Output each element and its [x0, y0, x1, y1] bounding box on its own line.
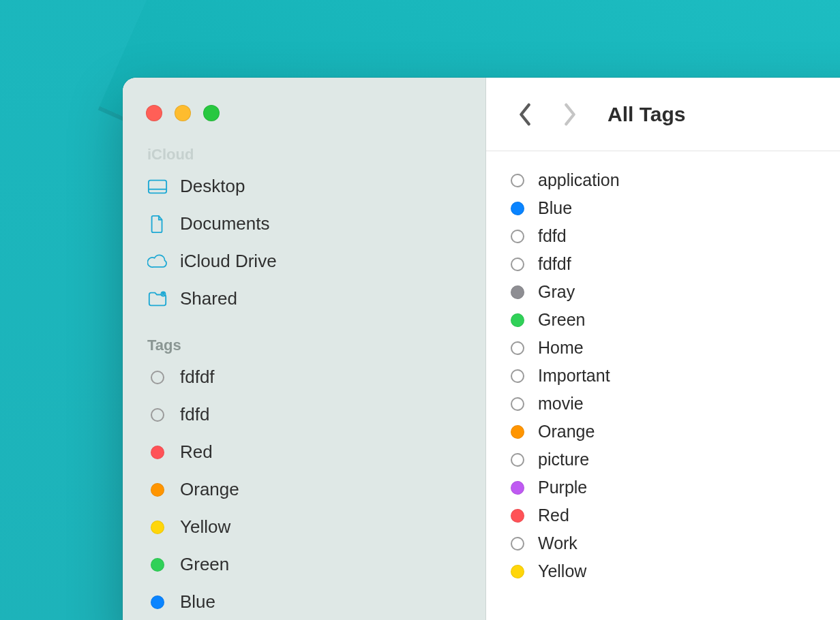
tag-label: application: [538, 170, 620, 190]
toolbar: All Tags: [486, 78, 840, 151]
shared-folder-icon: [147, 290, 168, 309]
svg-rect-0: [149, 180, 166, 193]
tag-row[interactable]: Green: [509, 306, 840, 334]
tag-label: picture: [538, 450, 589, 469]
tag-color-icon: [509, 313, 526, 327]
sidebar-item-shared[interactable]: Shared: [123, 280, 485, 317]
tag-label: Gray: [538, 282, 575, 302]
tag-label: fdfdf: [538, 254, 571, 274]
tag-row[interactable]: Orange: [509, 418, 840, 446]
tag-color-icon: [509, 258, 526, 271]
sidebar-tag-item[interactable]: Yellow: [123, 508, 485, 546]
tag-color-icon: [509, 397, 526, 411]
tag-row[interactable]: Home: [509, 334, 840, 362]
tag-color-icon: [509, 230, 526, 243]
sidebar-section-tags: Tags: [123, 332, 485, 358]
window-controls: [146, 105, 220, 121]
tag-row[interactable]: fdfdf: [509, 250, 840, 278]
tag-label: Work: [538, 533, 578, 553]
tag-color-icon: [147, 483, 168, 497]
tag-color-icon: [147, 371, 168, 384]
content-pane: All Tags application Blue fdfd fdfdf Gra…: [486, 78, 840, 620]
sidebar-item-label: Blue: [180, 591, 215, 613]
finder-window: iCloud Desktop Documents: [123, 78, 840, 620]
sidebar-item-label: fdfd: [180, 404, 209, 425]
tag-label: Yellow: [538, 561, 586, 581]
sidebar-item-label: Documents: [180, 213, 270, 234]
tag-label: Red: [538, 506, 569, 525]
sidebar-tag-item[interactable]: fdfdf: [123, 358, 485, 396]
tag-row[interactable]: movie: [509, 390, 840, 418]
sidebar-item-label: Shared: [180, 288, 237, 309]
tag-color-icon: [509, 174, 526, 187]
tag-row[interactable]: Gray: [509, 278, 840, 306]
tag-label: fdfd: [538, 226, 567, 246]
sidebar-tag-item[interactable]: fdfd: [123, 396, 485, 433]
tag-color-icon: [509, 537, 526, 551]
tag-label: Purple: [538, 478, 587, 497]
sidebar-item-label: Desktop: [180, 176, 245, 197]
tag-color-icon: [147, 595, 168, 609]
sidebar-tag-item[interactable]: Blue: [123, 583, 485, 620]
sidebar-item-desktop[interactable]: Desktop: [123, 168, 485, 205]
tag-row[interactable]: Work: [509, 529, 840, 557]
tag-row[interactable]: Red: [509, 501, 840, 529]
sidebar-item-label: Green: [180, 554, 229, 575]
tag-label: movie: [538, 394, 584, 414]
sidebar-tag-item[interactable]: Green: [123, 546, 485, 583]
tag-row[interactable]: application: [509, 166, 840, 194]
tag-row[interactable]: picture: [509, 446, 840, 474]
tag-row[interactable]: Yellow: [509, 557, 840, 585]
tag-row[interactable]: fdfd: [509, 222, 840, 250]
tag-label: Home: [538, 338, 584, 358]
window-maximize-button[interactable]: [203, 105, 220, 121]
tag-row[interactable]: Important: [509, 362, 840, 390]
tag-color-icon: [509, 369, 526, 383]
window-close-button[interactable]: [146, 105, 162, 121]
tag-row[interactable]: Purple: [509, 474, 840, 501]
tag-color-icon: [147, 446, 168, 459]
sidebar-item-label: iCloud Drive: [180, 251, 277, 272]
tag-color-icon: [509, 509, 526, 523]
sidebar-item-label: Red: [180, 441, 213, 463]
tag-row[interactable]: Blue: [509, 194, 840, 222]
tag-label: Orange: [538, 422, 595, 441]
tag-color-icon: [509, 425, 526, 439]
sidebar-item-label: fdfdf: [180, 367, 215, 388]
tag-color-icon: [509, 453, 526, 467]
forward-button[interactable]: [558, 97, 582, 132]
back-button[interactable]: [513, 97, 537, 132]
tag-color-icon: [509, 285, 526, 299]
cloud-icon: [147, 252, 168, 271]
tag-color-icon: [147, 408, 168, 422]
sidebar-item-icloud-drive[interactable]: iCloud Drive: [123, 243, 485, 280]
sidebar-item-label: Yellow: [180, 516, 230, 538]
tag-label: Blue: [538, 198, 572, 218]
document-icon: [147, 215, 168, 234]
sidebar-item-label: Orange: [180, 479, 239, 500]
sidebar-tag-item[interactable]: Orange: [123, 471, 485, 508]
sidebar-section-icloud: iCloud: [123, 142, 485, 168]
tag-color-icon: [509, 565, 526, 578]
page-title: All Tags: [608, 103, 685, 126]
sidebar: iCloud Desktop Documents: [123, 78, 486, 620]
tag-color-icon: [509, 341, 526, 355]
sidebar-tag-item[interactable]: Red: [123, 433, 485, 471]
desktop-icon: [147, 177, 168, 196]
tag-color-icon: [147, 558, 168, 572]
tag-label: Important: [538, 366, 610, 386]
tag-color-icon: [147, 521, 168, 534]
tag-list: application Blue fdfd fdfdf Gray Green: [486, 151, 840, 600]
window-minimize-button[interactable]: [175, 105, 191, 121]
tag-color-icon: [509, 481, 526, 495]
tag-color-icon: [509, 202, 526, 215]
tag-label: Green: [538, 310, 585, 330]
sidebar-item-documents[interactable]: Documents: [123, 205, 485, 243]
